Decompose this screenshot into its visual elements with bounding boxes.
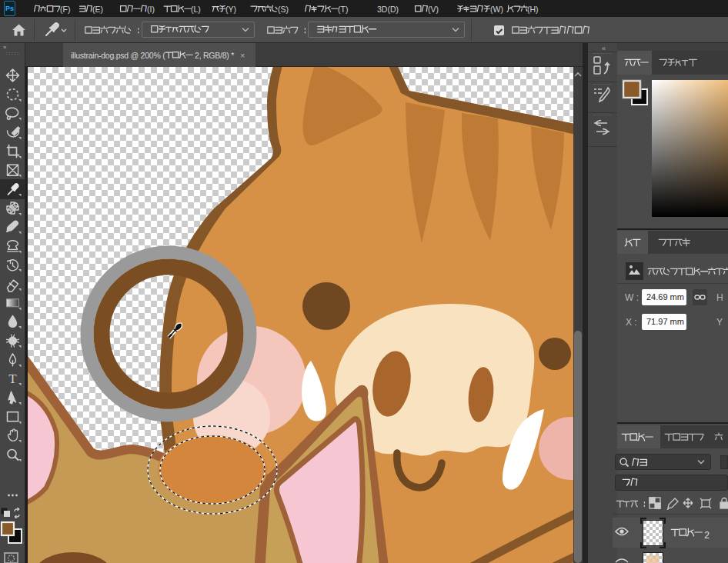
svg-text:T: T	[8, 371, 17, 386]
